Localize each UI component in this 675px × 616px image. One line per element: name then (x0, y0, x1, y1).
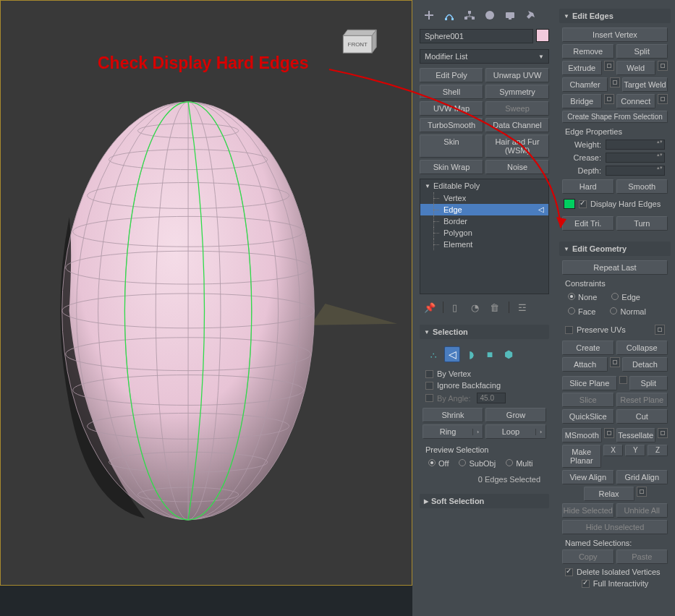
tessellate-button[interactable]: Tessellate (616, 428, 656, 442)
remove-modifier-icon[interactable]: 🗑 (490, 302, 500, 312)
preview-off-radio[interactable]: Off (428, 459, 449, 468)
stack-sub-polygon[interactable]: Polygon (420, 227, 548, 239)
preserve-uvs-checkbox[interactable] (565, 326, 573, 334)
create-button[interactable]: Create (562, 341, 614, 355)
mod-btn-unwrapuvw[interactable]: Unwrap UVW (485, 68, 549, 82)
turn-button[interactable]: Turn (616, 216, 668, 231)
mod-btn-hairfur[interactable]: Hair and Fur (WSM) (485, 134, 549, 158)
extrude-settings-icon[interactable] (604, 61, 614, 71)
insert-vertex-button[interactable]: Insert Vertex (562, 27, 668, 42)
modifier-list-dropdown[interactable]: Modifier List ▼ (420, 49, 549, 64)
split-button[interactable]: Split (616, 44, 668, 59)
detach-button[interactable]: Detach (622, 357, 668, 372)
stack-item-editable-poly[interactable]: Editable Poly (420, 179, 548, 192)
target-weld-button[interactable]: Target Weld (622, 77, 668, 92)
collapse-button[interactable]: Collapse (616, 341, 668, 355)
stack-sub-edge[interactable]: Edge (420, 204, 548, 215)
object-color-swatch[interactable] (536, 29, 549, 42)
view-align-button[interactable]: View Align (562, 470, 614, 484)
hierarchy-tab-icon[interactable] (463, 9, 476, 22)
attach-list-icon[interactable] (610, 357, 620, 367)
quickslice-button[interactable]: QuickSlice (562, 409, 614, 424)
mod-btn-skinwrap[interactable]: Skin Wrap (420, 160, 483, 174)
remove-button[interactable]: Remove (562, 44, 614, 59)
modify-tab-icon[interactable] (443, 9, 456, 22)
smooth-button[interactable]: Smooth (616, 179, 668, 194)
cut-button[interactable]: Cut (616, 409, 668, 424)
make-planar-button[interactable]: Make Planar (562, 445, 601, 468)
copy-selection-button[interactable]: Copy (562, 549, 614, 564)
msmooth-button[interactable]: MSmooth (562, 428, 602, 442)
full-interactivity-checkbox[interactable] (582, 580, 590, 588)
relax-settings-icon[interactable] (637, 487, 647, 497)
connect-button[interactable]: Connect (616, 94, 656, 108)
mod-btn-uvwmap[interactable]: UVW Map (420, 101, 483, 116)
weld-settings-icon[interactable] (658, 61, 668, 71)
chamfer-button[interactable]: Chamfer (562, 77, 608, 92)
reset-plane-button[interactable]: Reset Plane (616, 393, 668, 407)
extrude-button[interactable]: Extrude (562, 61, 602, 75)
chamfer-settings-icon[interactable] (610, 77, 620, 87)
bridge-settings-icon[interactable] (604, 94, 614, 104)
display-tab-icon[interactable] (504, 9, 517, 22)
stack-sub-element[interactable]: Element (420, 239, 548, 250)
constraint-none-radio[interactable]: None (568, 293, 597, 301)
weld-button[interactable]: Weld (616, 61, 656, 75)
hard-edge-color-swatch[interactable] (564, 199, 575, 209)
unhide-all-button[interactable]: Unhide All (616, 503, 668, 518)
constraint-edge-radio[interactable]: Edge (611, 293, 640, 301)
edit-edges-header[interactable]: Edit Edges (559, 9, 671, 23)
planar-z-button[interactable]: Z (648, 445, 668, 456)
edit-geometry-header[interactable]: Edit Geometry (559, 241, 671, 256)
tessellate-settings-icon[interactable] (658, 428, 668, 438)
stack-sub-vertex[interactable]: Vertex (420, 192, 548, 204)
loop-button[interactable]: Loop› (485, 424, 546, 439)
make-unique-icon[interactable]: ◔ (471, 302, 481, 312)
by-angle-checkbox[interactable]: By Angle: (423, 391, 546, 405)
border-mode-icon[interactable]: ◗ (463, 346, 479, 362)
slice-button[interactable]: Slice (562, 393, 614, 407)
grow-button[interactable]: Grow (485, 408, 546, 422)
vertex-mode-icon[interactable]: ⸫ (425, 346, 441, 362)
element-mode-icon[interactable]: ⬢ (501, 346, 517, 362)
constraint-face-radio[interactable]: Face (568, 307, 595, 316)
slice-plane-button[interactable]: Slice Plane (562, 376, 617, 390)
by-vertex-checkbox[interactable]: By Vertex (423, 368, 546, 380)
modifier-stack[interactable]: Editable Poly Vertex Edge Border Polygon… (420, 179, 549, 294)
create-shape-button[interactable]: Create Shape From Selection (562, 111, 668, 123)
grid-align-button[interactable]: Grid Align (616, 470, 668, 484)
planar-y-button[interactable]: Y (625, 445, 645, 456)
ignore-backfacing-checkbox[interactable]: Ignore Backfacing (423, 380, 546, 391)
preview-subobj-radio[interactable]: SubObj (459, 459, 496, 468)
viewport[interactable]: FRONT (0, 0, 412, 586)
selection-header[interactable]: Selection (420, 325, 549, 339)
mod-btn-skin[interactable]: Skin (420, 134, 483, 158)
relax-button[interactable]: Relax (584, 487, 634, 501)
create-tab-icon[interactable] (423, 9, 436, 22)
mod-btn-noise[interactable]: Noise (485, 160, 549, 174)
attach-button[interactable]: Attach (562, 357, 608, 372)
polygon-mode-icon[interactable]: ■ (482, 346, 498, 362)
utilities-tab-icon[interactable] (524, 9, 537, 22)
constraint-normal-radio[interactable]: Normal (610, 307, 645, 316)
hide-unselected-button[interactable]: Hide Unselected (562, 520, 668, 534)
display-hard-edges-checkbox[interactable] (579, 200, 587, 208)
mod-btn-datachannel[interactable]: Data Channel (485, 118, 549, 132)
edit-tri-button[interactable]: Edit Tri. (562, 216, 614, 231)
edge-mode-icon[interactable]: ◁ (444, 346, 460, 362)
mod-btn-symmetry[interactable]: Symmetry (485, 85, 549, 99)
repeat-last-button[interactable]: Repeat Last (562, 260, 668, 275)
slice-split-checkbox[interactable] (619, 376, 627, 384)
depth-spinner[interactable] (606, 166, 665, 176)
delete-isolated-checkbox[interactable] (565, 568, 573, 576)
planar-x-button[interactable]: X (603, 445, 624, 456)
mod-btn-sweep[interactable]: Sweep (485, 101, 549, 116)
msmooth-settings-icon[interactable] (604, 428, 614, 438)
ring-button[interactable]: Ring› (423, 424, 483, 439)
preview-multi-radio[interactable]: Multi (506, 459, 532, 468)
bridge-button[interactable]: Bridge (562, 94, 602, 108)
pin-stack-icon[interactable]: 📌 (424, 302, 434, 312)
show-end-result-icon[interactable]: ▯ (452, 302, 462, 312)
configure-sets-icon[interactable]: ☲ (518, 302, 528, 312)
mod-btn-shell[interactable]: Shell (420, 85, 483, 99)
